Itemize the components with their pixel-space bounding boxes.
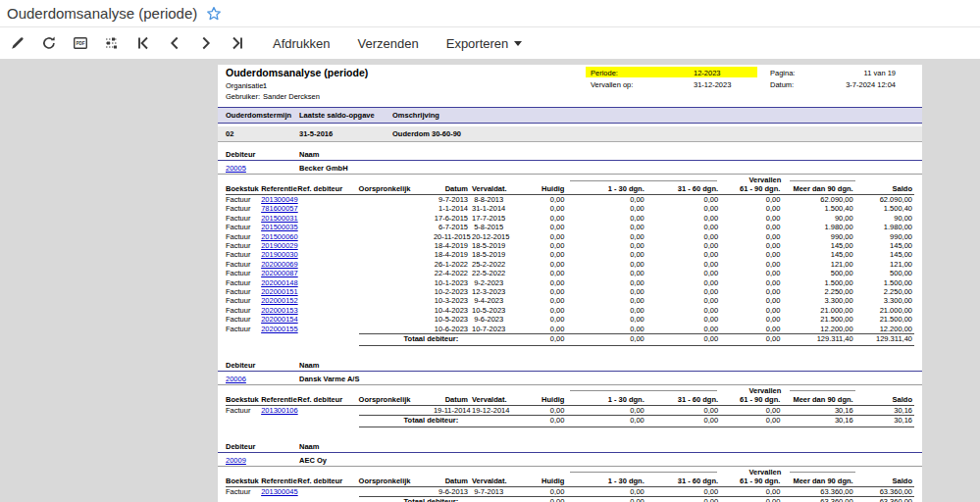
transaction-cell: 202000069	[261, 260, 297, 269]
reference-link[interactable]: 202000153	[261, 306, 298, 315]
transaction-cell: 201300106	[261, 405, 297, 415]
print-button[interactable]: Afdrukken	[259, 30, 344, 56]
reference-link[interactable]: 201500031	[261, 214, 298, 223]
column-header: 61 - 90 dgn.	[722, 477, 784, 487]
transaction-cell: 0,00	[648, 325, 722, 334]
reference-link[interactable]: 202000069	[261, 260, 298, 269]
reference-link[interactable]: 201500060	[261, 232, 298, 241]
transaction-cell: 31-1-2014	[472, 204, 507, 213]
export-menu-button[interactable]: Exporteren	[433, 30, 537, 56]
total-cell: 0,00	[722, 416, 784, 427]
page-title: Ouderdomsanalyse (periode)	[7, 5, 197, 22]
column-header: Referentie	[261, 395, 297, 406]
reference-link[interactable]: 202000148	[261, 278, 298, 287]
transaction-cell: 62.090,00	[784, 195, 856, 205]
transaction-row: Factuur20200008722-4-202222-5-20220,000,…	[226, 269, 914, 277]
total-cell: 0,00	[507, 416, 568, 427]
transaction-cell: 10-4-2023	[434, 306, 472, 315]
column-header: Oorspronkelijk	[359, 184, 434, 195]
transaction-cell: 0,00	[568, 195, 647, 205]
next-page-button[interactable]	[190, 30, 222, 56]
transaction-cell: 202000153	[261, 306, 297, 315]
refresh-button[interactable]	[33, 30, 65, 56]
debtor-name: Dansk Varme A/S	[299, 375, 359, 383]
transaction-row: Factuur2015000356-7-20155-8-20150,000,00…	[226, 223, 914, 231]
svg-text:PDF: PDF	[76, 41, 84, 46]
debtor-header-band: Debiteur Naam	[218, 439, 922, 453]
reference-link[interactable]: 202000151	[261, 287, 298, 296]
column-header: Meer dan 90 dgn.	[784, 184, 856, 195]
transaction-cell: 18-4-2019	[434, 250, 472, 259]
debtor-header-band: Debiteur Naam	[218, 147, 922, 161]
debtor-link[interactable]: 20005	[226, 164, 246, 173]
column-header: Vervaldat.	[472, 477, 507, 487]
reference-link[interactable]: 202000155	[261, 325, 298, 333]
transactions-table: Vervallen BoekstukReferentieRef. debiteu…	[226, 176, 914, 346]
export-menu-label: Exporteren	[446, 36, 509, 51]
reference-link[interactable]: 202000154	[261, 315, 298, 324]
debtor-name: Becker GmbH	[299, 164, 348, 173]
transaction-cell: 0,00	[722, 405, 784, 415]
reference-link[interactable]: 202000087	[261, 269, 298, 277]
reference-link[interactable]: 201900030	[261, 250, 298, 259]
transaction-cell: 0,00	[568, 287, 647, 296]
edit-icon	[10, 35, 26, 51]
column-header-row: BoekstukReferentieRef. debiteurOorspronk…	[226, 477, 914, 487]
transaction-cell: 201300049	[261, 195, 297, 205]
reference-link[interactable]: 201300106	[261, 406, 298, 415]
debtor-link[interactable]: 20006	[226, 375, 246, 383]
transaction-cell: 0,00	[568, 204, 647, 213]
transaction-cell: 9-2-2023	[472, 278, 507, 287]
transaction-cell: 0,00	[722, 241, 784, 250]
transaction-cell	[359, 214, 434, 223]
transaction-cell: 0,00	[648, 250, 722, 259]
transaction-cell: 145,00	[857, 250, 914, 259]
reference-link[interactable]: 202000152	[261, 296, 298, 305]
transaction-cell: 10-5-2023	[434, 315, 472, 324]
send-button[interactable]: Verzenden	[344, 30, 433, 56]
debtor-value-band: 20009 AEC Oy	[218, 453, 922, 467]
transaction-cell: 90,00	[857, 214, 914, 223]
transaction-cell	[359, 204, 434, 213]
parameters-button[interactable]	[96, 30, 128, 56]
term-header: Laatste saldo-opgave	[299, 111, 375, 120]
column-header: Saldo	[857, 477, 914, 487]
transaction-cell: 0,00	[648, 287, 722, 296]
due-label: Vervallen op:	[591, 80, 633, 89]
last-page-button[interactable]	[222, 30, 253, 56]
first-page-icon	[135, 35, 151, 51]
refresh-icon	[41, 35, 57, 51]
favorite-button[interactable]	[206, 6, 222, 22]
transaction-cell: 0,00	[722, 204, 784, 213]
reference-link[interactable]: 201500035	[261, 223, 298, 231]
transaction-cell	[359, 486, 434, 496]
transaction-cell	[359, 250, 434, 259]
transaction-cell: 0,00	[722, 315, 784, 324]
pdf-export-icon: PDF	[73, 35, 88, 51]
name-column-header: Naam	[299, 361, 319, 370]
edit-button[interactable]	[2, 30, 33, 56]
reference-link[interactable]: 781600057	[261, 204, 298, 213]
transaction-cell: 0,00	[568, 296, 647, 305]
column-header: Boekstuk	[226, 184, 261, 195]
transaction-cell	[297, 287, 358, 296]
previous-page-button[interactable]	[159, 30, 190, 56]
transaction-cell	[359, 315, 434, 324]
transaction-cell: 10-6-2023	[434, 325, 472, 334]
reference-link[interactable]: 201300049	[261, 195, 298, 204]
first-page-button[interactable]	[128, 30, 159, 56]
total-cell: 129.311,40	[857, 334, 914, 346]
transaction-cell: 0,00	[648, 306, 722, 315]
transaction-row: Factuur7816000571-1-201431-1-20140,000,0…	[226, 204, 914, 213]
transaction-cell: 21.000,00	[857, 306, 914, 315]
export-pdf-button[interactable]: PDF	[65, 30, 96, 56]
transaction-cell: 1.500,40	[857, 204, 914, 213]
transaction-cell: 0,00	[722, 250, 784, 259]
reference-link[interactable]: 201300045	[261, 487, 298, 496]
transaction-row: Factuur20200015310-4-202310-5-20230,000,…	[226, 306, 914, 315]
total-cell: 0,00	[648, 334, 722, 346]
total-cell: 0,00	[722, 496, 784, 502]
debtor-link[interactable]: 20009	[226, 456, 246, 465]
reference-link[interactable]: 201900029	[261, 241, 298, 250]
transaction-cell: 0,00	[568, 223, 647, 231]
